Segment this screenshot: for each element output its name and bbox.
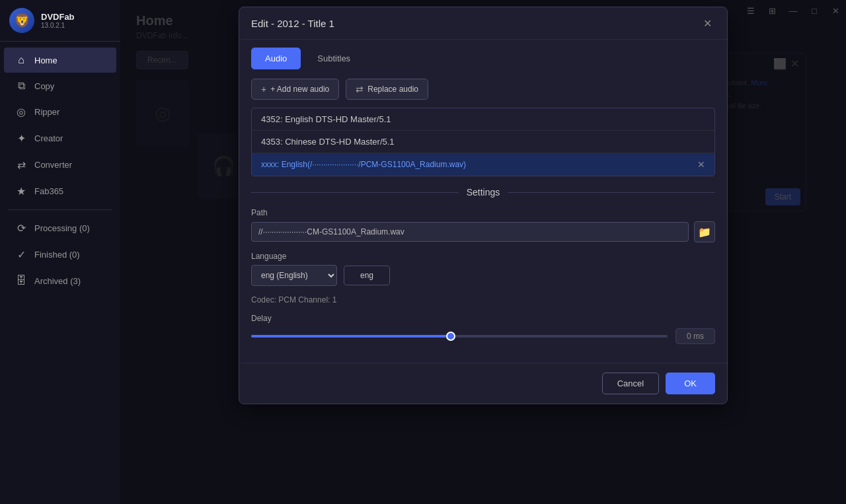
language-input-row: eng (English) chi (Chinese) jpn (Japanes… — [251, 265, 715, 286]
processing-icon: ⟳ — [15, 222, 28, 234]
delay-field-row: Delay 0 ms — [251, 314, 715, 344]
divider-right — [508, 192, 715, 193]
home-icon: ⌂ — [15, 54, 28, 66]
sidebar-label-fab365: Fab365 — [34, 186, 63, 196]
logo-icon: 🦁 — [9, 8, 34, 33]
language-field-row: Language eng (English) chi (Chinese) jpn… — [251, 252, 715, 286]
divider-left — [251, 192, 459, 193]
archived-icon: 🗄 — [15, 275, 28, 287]
sidebar-item-finished[interactable]: ✓ Finished (0) — [4, 242, 116, 268]
tab-subtitles[interactable]: Subtitles — [303, 48, 364, 69]
track-remove-button[interactable]: ✕ — [697, 159, 705, 170]
slider-track — [251, 335, 668, 338]
sidebar-label-home: Home — [34, 55, 58, 65]
add-audio-label: + Add new audio — [270, 85, 329, 94]
modal-body: + + Add new audio ⇄ Replace audio 4352: … — [239, 69, 727, 363]
track-item[interactable]: 4352: English DTS-HD Master/5.1 — [252, 108, 714, 131]
replace-audio-button[interactable]: ⇄ Replace audio — [346, 79, 428, 100]
add-audio-button[interactable]: + + Add new audio — [251, 79, 339, 100]
sidebar-divider — [8, 209, 112, 210]
sidebar-label-archived: Archived (3) — [34, 276, 81, 286]
modal-close-button[interactable]: ✕ — [699, 15, 715, 31]
converter-icon: ⇄ — [15, 159, 28, 171]
path-input-row: 📁 — [251, 221, 715, 242]
settings-section-header: Settings — [251, 187, 715, 198]
modal-header: Edit - 2012 - Title 1 ✕ — [239, 7, 727, 40]
sidebar-item-fab365[interactable]: ★ Fab365 — [4, 178, 116, 204]
cancel-button[interactable]: Cancel — [602, 373, 659, 394]
slider-fill — [251, 335, 451, 338]
browse-folder-button[interactable]: 📁 — [694, 221, 715, 242]
sidebar-label-copy: Copy — [34, 81, 54, 91]
language-select[interactable]: eng (English) chi (Chinese) jpn (Japanes… — [251, 265, 337, 286]
delay-slider-thumb[interactable] — [446, 332, 455, 341]
edit-modal: Edit - 2012 - Title 1 ✕ Audio Subtitles … — [239, 7, 728, 404]
delay-row: 0 ms — [251, 328, 715, 344]
delay-value: 0 ms — [675, 328, 715, 344]
sidebar-label-converter: Converter — [34, 160, 72, 170]
track-path: xxxx: English(/·····················/PCM… — [261, 160, 466, 169]
add-icon: + — [261, 84, 266, 94]
sidebar-item-converter[interactable]: ⇄ Converter — [4, 152, 116, 178]
sidebar-item-processing[interactable]: ⟳ Processing (0) — [4, 215, 116, 241]
path-label: Path — [251, 208, 715, 217]
modal-tabs: Audio Subtitles — [239, 40, 727, 69]
audio-tracks-list: 4352: English DTS-HD Master/5.1 4353: Ch… — [251, 108, 715, 176]
sidebar-item-creator[interactable]: ✦ Creator — [4, 126, 116, 151]
replace-icon: ⇄ — [356, 84, 364, 94]
sidebar-label-processing: Processing (0) — [34, 223, 90, 233]
copy-icon: ⧉ — [15, 80, 28, 92]
creator-icon: ✦ — [15, 132, 28, 145]
main-nav: ⌂ Home ⧉ Copy ◎ Ripper ✦ Creator ⇄ Conve… — [0, 42, 120, 504]
audio-action-row: + + Add new audio ⇄ Replace audio — [251, 79, 715, 100]
modal-title: Edit - 2012 - Title 1 — [251, 18, 334, 29]
sidebar-label-finished: Finished (0) — [34, 250, 80, 260]
main-content: ☰ ⊞ — □ ✕ Home DVDFab info... Recen... ◎… — [120, 0, 846, 504]
app-logo: 🦁 DVDFab 13.0.2.1 — [0, 0, 120, 42]
ok-button[interactable]: OK — [666, 373, 715, 394]
fab365-icon: ★ — [15, 185, 28, 198]
codec-info: Codec: PCM Channel: 1 — [251, 295, 715, 305]
sidebar-item-ripper[interactable]: ◎ Ripper — [4, 99, 116, 125]
modal-footer: Cancel OK — [239, 363, 727, 404]
settings-label: Settings — [467, 187, 500, 198]
app-name: DVDFab — [41, 12, 75, 22]
sidebar: 🦁 DVDFab 13.0.2.1 ⌂ Home ⧉ Copy ◎ Ripper… — [0, 0, 120, 504]
replace-audio-label: Replace audio — [367, 85, 418, 94]
app-version: 13.0.2.1 — [41, 22, 75, 29]
ripper-icon: ◎ — [15, 106, 28, 118]
tab-audio[interactable]: Audio — [251, 48, 301, 69]
sidebar-label-ripper: Ripper — [34, 107, 59, 117]
delay-slider-wrap — [251, 330, 668, 343]
sidebar-item-archived[interactable]: 🗄 Archived (3) — [4, 268, 116, 293]
sidebar-item-home[interactable]: ⌂ Home — [4, 48, 116, 73]
track-item-selected[interactable]: xxxx: English(/·····················/PCM… — [252, 153, 714, 176]
path-field-row: Path 📁 — [251, 208, 715, 242]
track-item[interactable]: 4353: Chinese DTS-HD Master/5.1 — [252, 131, 714, 153]
language-label: Language — [251, 252, 715, 261]
sidebar-label-creator: Creator — [34, 133, 63, 143]
delay-label: Delay — [251, 314, 715, 323]
path-input[interactable] — [251, 222, 689, 242]
sidebar-item-copy[interactable]: ⧉ Copy — [4, 73, 116, 98]
language-code-input[interactable] — [344, 266, 390, 285]
finished-icon: ✓ — [15, 248, 28, 261]
